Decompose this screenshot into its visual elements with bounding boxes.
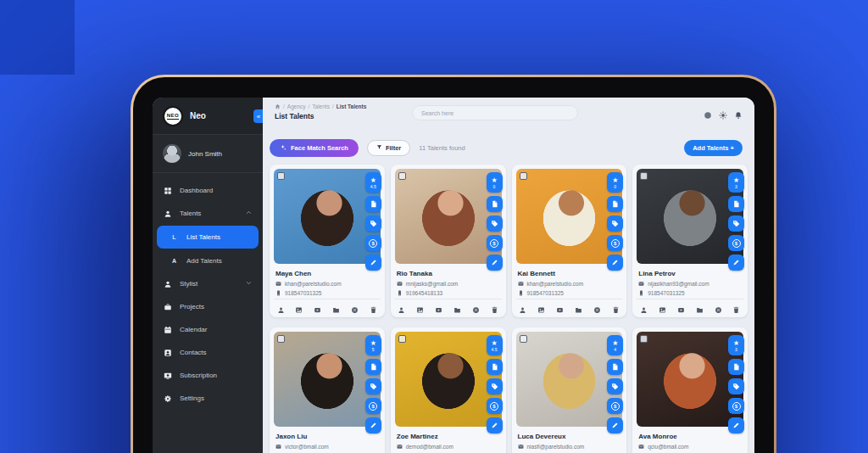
profile-button[interactable] [398, 304, 406, 312]
face-match-search-button[interactable]: Face Match Search [270, 139, 359, 157]
pricing-button[interactable]: $ [607, 235, 623, 251]
sidebar-item-dashboard[interactable]: Dashboard [153, 179, 263, 202]
globe-icon[interactable] [704, 108, 712, 116]
documents-button[interactable] [728, 196, 744, 212]
sun-icon[interactable] [719, 108, 727, 116]
star-icon: ★ [733, 176, 739, 184]
gallery-button[interactable] [416, 304, 425, 312]
rating-badge[interactable]: ★ 3 [728, 172, 744, 193]
block-button[interactable] [714, 304, 722, 312]
rating-badge[interactable]: ★ 5 [365, 335, 381, 355]
tags-button[interactable] [728, 378, 744, 394]
pricing-button[interactable]: $ [487, 398, 503, 414]
edit-button[interactable] [607, 417, 623, 433]
rating-badge[interactable]: ★ 0 [607, 172, 623, 193]
videos-button[interactable] [676, 304, 685, 312]
gallery-button[interactable] [295, 304, 303, 312]
edit-button[interactable] [365, 254, 381, 271]
rating-badge[interactable]: ★ 0 [487, 172, 503, 193]
rating-badge[interactable]: ★ 4.5 [487, 335, 503, 355]
select-checkbox[interactable] [398, 172, 406, 180]
bell-icon[interactable] [734, 108, 743, 116]
pricing-button[interactable]: $ [487, 235, 503, 251]
tags-button[interactable] [728, 215, 744, 232]
files-button[interactable] [453, 304, 462, 312]
breadcrumb-current: List Talents [337, 103, 367, 109]
rating-badge[interactable]: ★ 3 [728, 335, 744, 355]
documents-button[interactable] [728, 359, 744, 375]
files-button[interactable] [695, 304, 704, 312]
pricing-button[interactable]: $ [365, 235, 381, 251]
sidebar-item-subscription[interactable]: Subscription [153, 364, 263, 387]
select-checkbox[interactable] [277, 172, 285, 180]
add-talents-button[interactable]: Add Talents + [684, 140, 743, 156]
tags-button[interactable] [607, 215, 623, 232]
sidebar-item-talents[interactable]: Talents [153, 202, 263, 225]
tags-button[interactable] [487, 215, 503, 232]
talent-card: ★ 4.5 $ Maya Chen khan@parelstudio.com 9… [270, 165, 385, 317]
documents-button[interactable] [365, 196, 381, 212]
person-icon [163, 209, 172, 218]
documents-button[interactable] [365, 359, 381, 375]
sidebar-item-calendar[interactable]: Calendar [153, 318, 263, 341]
block-button[interactable] [472, 304, 481, 312]
block-button[interactable] [351, 304, 359, 312]
files-button[interactable] [332, 304, 341, 312]
talent-phone: 918547031325 [285, 290, 321, 296]
delete-button[interactable] [370, 304, 378, 312]
app-logo: NEO [163, 106, 183, 126]
videos-button[interactable] [555, 304, 564, 312]
documents-button[interactable] [487, 359, 503, 375]
edit-button[interactable] [728, 417, 744, 433]
videos-button[interactable] [314, 304, 322, 312]
files-button[interactable] [574, 304, 582, 312]
breadcrumb-agency[interactable]: Agency [287, 103, 306, 109]
filter-button[interactable]: Filter [367, 140, 410, 156]
breadcrumb-talents[interactable]: Talents [312, 103, 330, 109]
pricing-button[interactable]: $ [365, 398, 381, 414]
select-checkbox[interactable] [398, 335, 406, 343]
sidebar-item-projects[interactable]: Projects [153, 295, 263, 318]
tags-button[interactable] [365, 378, 381, 394]
sidebar-item-settings[interactable]: Settings [153, 387, 263, 410]
gallery-button[interactable] [658, 304, 666, 312]
documents-button[interactable] [607, 359, 623, 375]
sidebar-item-stylist[interactable]: Stylist [153, 272, 263, 295]
delete-button[interactable] [732, 304, 741, 312]
sidebar-item-contacts[interactable]: Contacts [153, 341, 263, 364]
select-checkbox[interactable] [640, 172, 648, 180]
pricing-button[interactable]: $ [607, 398, 623, 414]
tags-button[interactable] [365, 215, 381, 232]
gallery-button[interactable] [537, 304, 545, 312]
edit-button[interactable] [487, 254, 503, 271]
rating-badge[interactable]: ★ 4.5 [365, 172, 381, 193]
tags-button[interactable] [607, 378, 623, 394]
videos-button[interactable] [435, 304, 443, 312]
edit-button[interactable] [607, 254, 623, 271]
briefcase-icon [163, 302, 172, 311]
edit-button[interactable] [487, 417, 503, 433]
pricing-button[interactable]: $ [728, 398, 744, 414]
select-checkbox[interactable] [520, 172, 527, 180]
tags-button[interactable] [487, 378, 503, 394]
edit-button[interactable] [365, 417, 381, 433]
pricing-button[interactable]: $ [728, 235, 744, 251]
home-icon[interactable] [275, 103, 281, 109]
select-checkbox[interactable] [520, 335, 527, 343]
select-checkbox[interactable] [277, 335, 285, 343]
profile-button[interactable] [276, 304, 285, 312]
rating-badge[interactable]: ★ 4 [607, 335, 623, 355]
user-profile[interactable]: John Smith [153, 135, 263, 173]
profile-button[interactable] [639, 304, 648, 312]
sidebar-item-list-talents[interactable]: LList Talents [157, 226, 259, 249]
search-input[interactable] [412, 105, 578, 120]
profile-button[interactable] [519, 304, 527, 312]
edit-button[interactable] [728, 254, 744, 271]
sidebar-item-add-talents[interactable]: AAdd Talents [153, 249, 263, 272]
delete-button[interactable] [490, 304, 498, 312]
block-button[interactable] [593, 304, 601, 312]
documents-button[interactable] [487, 196, 503, 212]
select-checkbox[interactable] [640, 335, 648, 343]
documents-button[interactable] [607, 196, 623, 212]
delete-button[interactable] [611, 304, 620, 312]
